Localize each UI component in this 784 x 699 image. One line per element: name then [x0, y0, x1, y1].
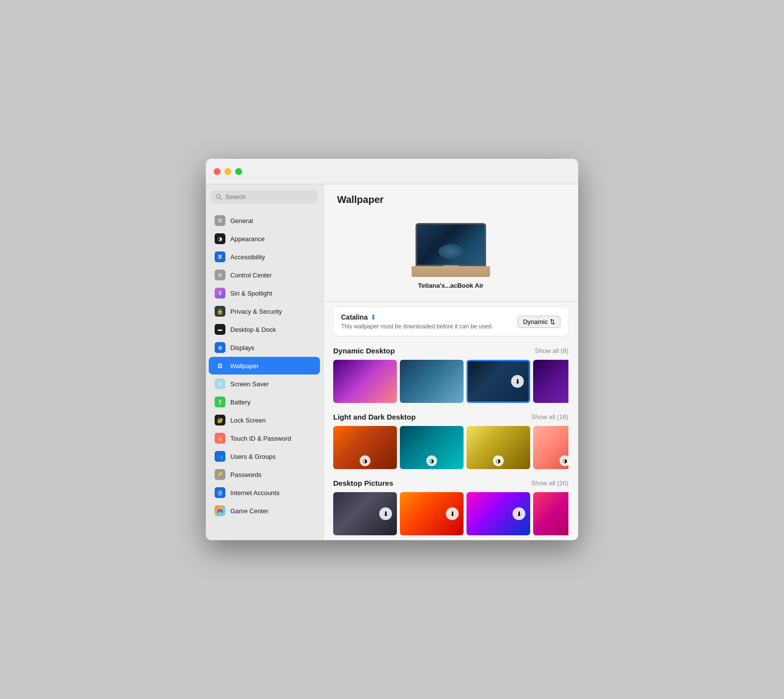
- desktop-pictures-grid: ⬇ ⬇ ⬇ ⬇: [333, 492, 568, 535]
- sidebar-item-control-center[interactable]: ⊞ Control Center: [209, 266, 320, 284]
- wallpaper-name: Catalina: [341, 313, 368, 321]
- sidebar-item-privacy[interactable]: 🔒 Privacy & Security: [209, 302, 320, 320]
- search-input[interactable]: [225, 193, 313, 200]
- light-dark-section: Light and Dark Desktop Show all (16) ◑ ◑…: [323, 408, 578, 474]
- download-overlay-dp3: ⬇: [513, 507, 525, 520]
- half-icon-ld4: ◑: [560, 455, 568, 466]
- download-overlay-dp2: ⬇: [446, 507, 459, 520]
- gallery-header-deskpics: Desktop Pictures Show all (20): [333, 479, 568, 487]
- macbook-screen: [416, 223, 486, 266]
- wallpaper-thumb-ld3[interactable]: ◑: [466, 426, 530, 469]
- gallery-title-lightdark: Light and Dark Desktop: [333, 413, 416, 421]
- desktop-pictures-section: Desktop Pictures Show all (20) ⬇ ⬇ ⬇ ⬇: [323, 474, 578, 540]
- wallpaper-info-left: Catalina ⬇ This wallpaper must be downlo…: [341, 313, 493, 330]
- search-bar[interactable]: [211, 190, 318, 203]
- sidebar-item-gamecenter[interactable]: 🎮 Game Center: [209, 502, 320, 520]
- wallpaper-thumb-dd1[interactable]: [333, 360, 397, 403]
- wallpaper-thumb-dp3[interactable]: ⬇: [466, 492, 530, 535]
- half-icon-ld3: ◑: [493, 455, 504, 466]
- sidebar-item-passwords[interactable]: 🔑 Passwords: [209, 466, 320, 483]
- sidebar-item-users[interactable]: 👥 Users & Groups: [209, 448, 320, 465]
- wallpaper-icon: 🖼: [215, 360, 225, 371]
- accessibility-icon: ♿: [215, 251, 225, 262]
- lockscreen-icon: 🔐: [215, 415, 225, 425]
- download-overlay-dd3: ⬇: [511, 375, 524, 388]
- maximize-button[interactable]: [235, 168, 242, 175]
- desktop-icon: ▬: [215, 324, 225, 335]
- sidebar-item-label: General: [230, 217, 253, 225]
- wallpaper-thumb-ld1[interactable]: ◑: [333, 426, 397, 469]
- battery-icon: 🔋: [215, 397, 225, 407]
- sidebar-item-label: Internet Accounts: [230, 489, 279, 497]
- dynamic-desktop-grid: ⬇ ⬇: [333, 360, 568, 403]
- screensaver-icon: ✦: [215, 378, 225, 389]
- chevron-updown-icon: ⇅: [550, 318, 555, 325]
- light-dark-grid: ◑ ◑ ◑ ◑: [333, 426, 568, 469]
- sidebar-item-label: Screen Saver: [230, 380, 269, 388]
- privacy-icon: 🔒: [215, 306, 225, 317]
- sidebar-nav: ⚙ General ◑ Appearance ♿ Accessibility ⊞…: [206, 209, 323, 522]
- siri-icon: 🎙: [215, 288, 225, 299]
- wallpaper-thumb-ld2[interactable]: ◑: [400, 426, 464, 469]
- wallpaper-style-selector[interactable]: Dynamic ⇅: [517, 316, 561, 328]
- sidebar-item-siri[interactable]: 🎙 Siri & Spotlight: [209, 284, 320, 302]
- sidebar-item-touchid[interactable]: 👆 Touch ID & Password: [209, 429, 320, 447]
- sidebar-item-displays[interactable]: 🖥 Displays: [209, 339, 320, 356]
- title-bar: [206, 159, 578, 184]
- internet-icon: @: [215, 487, 225, 498]
- show-all-lightdark[interactable]: Show all (16): [531, 413, 568, 421]
- show-all-dynamic[interactable]: Show all (8): [535, 347, 568, 354]
- wallpaper-thumb-ld4[interactable]: ◑: [533, 426, 568, 469]
- sidebar-item-label: Battery: [230, 399, 250, 406]
- minimize-button[interactable]: [224, 168, 231, 175]
- wallpaper-thumb-dd2[interactable]: [400, 360, 464, 403]
- device-name: Tetiana's...acBook Air: [418, 282, 484, 289]
- sidebar-item-battery[interactable]: 🔋 Battery: [209, 393, 320, 411]
- touchid-icon: 👆: [215, 433, 225, 444]
- sidebar-item-screensaver[interactable]: ✦ Screen Saver: [209, 375, 320, 393]
- sidebar-item-lockscreen[interactable]: 🔐 Lock Screen: [209, 411, 320, 429]
- sidebar-item-general[interactable]: ⚙ General: [209, 212, 320, 229]
- sidebar-item-label: Users & Groups: [230, 453, 275, 460]
- wallpaper-download-icon[interactable]: ⬇: [370, 313, 376, 321]
- sidebar-item-label: Lock Screen: [230, 417, 266, 424]
- sidebar-item-appearance[interactable]: ◑ Appearance: [209, 230, 320, 248]
- sidebar-item-desktop[interactable]: ▬ Desktop & Dock: [209, 321, 320, 338]
- sidebar-item-label: Siri & Spotlight: [230, 290, 272, 297]
- wallpaper-thumb-dp2[interactable]: ⬇: [400, 492, 464, 535]
- half-icon-ld2: ◑: [426, 455, 437, 466]
- gallery-header-dynamic: Dynamic Desktop Show all (8): [333, 347, 568, 355]
- macbook-preview: [412, 223, 490, 277]
- gallery-header-lightdark: Light and Dark Desktop Show all (16): [333, 413, 568, 421]
- wallpaper-thumb-dp4[interactable]: ⬇: [533, 492, 568, 535]
- half-icon-ld1: ◑: [360, 455, 370, 466]
- sidebar-item-label: Game Center: [230, 507, 269, 515]
- sidebar-item-label: Privacy & Security: [230, 308, 282, 315]
- system-preferences-window: ⚙ General ◑ Appearance ♿ Accessibility ⊞…: [206, 159, 578, 540]
- sidebar-item-wallpaper[interactable]: 🖼 Wallpaper: [209, 357, 320, 374]
- sidebar-item-label: Displays: [230, 344, 254, 351]
- sidebar-item-internet[interactable]: @ Internet Accounts: [209, 484, 320, 501]
- wallpaper-thumb-dp1[interactable]: ⬇: [333, 492, 397, 535]
- traffic-lights: [214, 168, 242, 175]
- main-content: Wallpaper Tetiana's...acBook Air: [323, 184, 578, 540]
- sidebar-item-label: Wallpaper: [230, 362, 259, 370]
- dynamic-desktop-section: Dynamic Desktop Show all (8) ⬇ ⬇: [323, 342, 578, 408]
- close-button[interactable]: [214, 168, 220, 175]
- search-icon: [216, 194, 222, 200]
- page-title: Wallpaper: [337, 194, 384, 205]
- control-icon: ⊞: [215, 270, 225, 280]
- content-area: ⚙ General ◑ Appearance ♿ Accessibility ⊞…: [206, 184, 578, 540]
- download-overlay-dp1: ⬇: [379, 507, 392, 520]
- show-all-deskpics[interactable]: Show all (20): [531, 479, 568, 487]
- wallpaper-description: This wallpaper must be downloaded before…: [341, 323, 493, 330]
- macbook-base: [412, 266, 490, 277]
- displays-icon: 🖥: [215, 342, 225, 353]
- wallpaper-thumb-dd4[interactable]: ⬇: [533, 360, 568, 403]
- wallpaper-thumb-dd3[interactable]: ⬇: [466, 360, 530, 403]
- passwords-icon: 🔑: [215, 469, 225, 480]
- gear-icon: ⚙: [215, 215, 225, 226]
- sidebar-item-accessibility[interactable]: ♿ Accessibility: [209, 248, 320, 266]
- gamecenter-icon: 🎮: [215, 505, 225, 516]
- wallpaper-name-row: Catalina ⬇: [341, 313, 493, 321]
